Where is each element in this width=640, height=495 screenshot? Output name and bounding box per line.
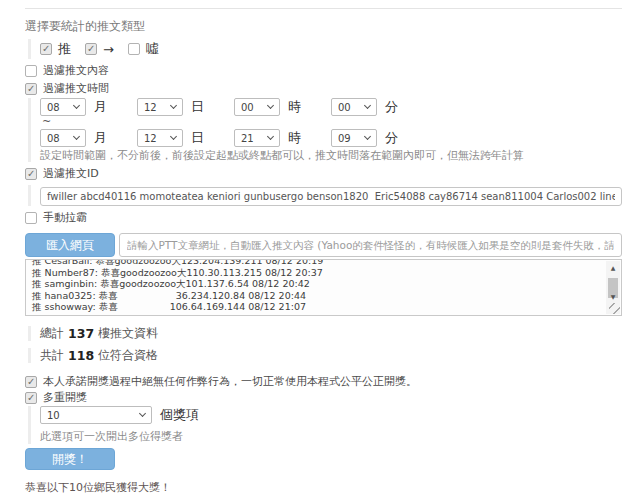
filter-time-checkbox[interactable]	[25, 83, 37, 95]
chevron-down-icon	[73, 102, 80, 109]
filter-id-label: 過濾推文ID	[43, 168, 99, 180]
type-option-arrow: →	[85, 42, 114, 57]
total-comments-stat: 總計 137 樓推文資料	[28, 326, 622, 341]
push-label: 推	[58, 40, 71, 58]
scroll-down-icon[interactable]: ▼	[606, 290, 620, 302]
month-unit-label: 月	[94, 98, 107, 116]
comment-line: 推 sshowway: 恭喜106.64.169.144 08/12 21:07	[32, 301, 306, 313]
congrats-message: 恭喜以下10位鄉民獲得大獎！	[25, 480, 622, 495]
arrow-checkbox[interactable]	[85, 43, 97, 55]
prize-count-suffix: 個獎項	[160, 406, 199, 424]
prize-count-select[interactable]: 10	[40, 406, 152, 424]
day-unit-label: 日	[191, 98, 204, 116]
time-from-row: 08 月 12 日 00 時 00	[40, 98, 622, 116]
import-row: 匯入網頁	[25, 233, 622, 257]
filter-content-label: 過濾推文內容	[43, 65, 109, 77]
filter-time-label: 過濾推文時間	[43, 83, 109, 95]
from-day-value: 12	[144, 102, 157, 113]
time-range-note: 設定時間範圍，不分前後，前後設定起點或終點都可以，推文時間落在範圍內即可，但無法…	[40, 150, 622, 162]
comments-textarea[interactable]: 推 CesarBall: 恭喜goodzoozoo大123.204.139.21…	[25, 259, 622, 316]
chevron-down-icon	[364, 133, 371, 140]
to-day-select[interactable]: 12	[137, 129, 183, 147]
resize-grip-icon[interactable]	[609, 303, 620, 314]
qualified-stat: 共計 118 位符合資格	[28, 348, 622, 363]
comments-content: 推 CesarBall: 恭喜goodzoozoo大123.204.139.21…	[26, 259, 621, 313]
manual-slot-label: 手動拉霸	[43, 212, 87, 224]
article-url-input[interactable]	[119, 233, 622, 257]
filter-time-row: 過濾推文時間	[25, 82, 622, 96]
boo-label: 噓	[146, 40, 159, 58]
comment-line: 推 CesarBall: 恭喜goodzoozoo大123.204.139.21…	[32, 259, 306, 267]
lottery-tool-page: 選擇要統計的推文類型 推 → 噓 過濾推文內容 過濾推文時間 08	[0, 8, 640, 495]
multi-draw-label: 多重開獎	[43, 392, 87, 404]
to-minute-value: 09	[338, 133, 351, 144]
minute-unit-label: 分	[385, 98, 398, 116]
comment-type-options: 推 → 噓	[28, 39, 622, 59]
day-unit-label: 日	[191, 129, 204, 147]
chevron-down-icon	[267, 102, 274, 109]
manual-slot-row: 手動拉霸	[25, 211, 622, 225]
qualified-count: 118	[68, 348, 94, 363]
manual-slot-checkbox[interactable]	[25, 212, 37, 224]
top-divider	[25, 8, 622, 9]
pledge-checkbox[interactable]	[25, 376, 37, 388]
prize-count-value: 10	[47, 410, 60, 421]
hour-unit-label: 時	[288, 129, 301, 147]
draw-button[interactable]: 開獎！	[25, 448, 115, 470]
time-to-row: 08 月 12 日 21 時 09	[40, 129, 622, 147]
filter-content-row: 過濾推文內容	[25, 64, 622, 78]
page-title: 選擇要統計的推文類型	[25, 20, 622, 33]
multi-draw-checkbox[interactable]	[25, 392, 37, 404]
time-range-block: 08 月 12 日 00 時 00	[28, 98, 622, 162]
boo-checkbox[interactable]	[128, 43, 140, 55]
range-separator: ~	[42, 117, 622, 127]
from-hour-value: 00	[241, 102, 254, 113]
filter-id-checkbox[interactable]	[25, 168, 37, 180]
to-hour-value: 21	[241, 133, 254, 144]
filter-content-checkbox[interactable]	[25, 65, 37, 77]
pledge-row: 本人承諾開獎過程中絕無任何作弊行為，一切正常使用本程式公平公正開獎。	[25, 376, 622, 388]
to-hour-select[interactable]: 21	[234, 129, 280, 147]
hour-unit-label: 時	[288, 98, 301, 116]
multi-draw-note: 此選項可一次開出多位得獎者	[40, 429, 622, 444]
from-month-select[interactable]: 08	[40, 98, 86, 116]
id-filter-block	[28, 185, 622, 206]
comment-line: 推 hana0325: 恭喜36.234.120.84 08/12 20:44	[32, 290, 306, 302]
from-minute-value: 00	[338, 102, 351, 113]
from-hour-select[interactable]: 00	[234, 98, 280, 116]
chevron-down-icon	[139, 410, 146, 417]
month-unit-label: 月	[94, 129, 107, 147]
chevron-down-icon	[364, 102, 371, 109]
id-filter-input[interactable]	[40, 187, 622, 206]
to-month-select[interactable]: 08	[40, 129, 86, 147]
type-option-boo: 噓	[128, 40, 159, 58]
minute-unit-label: 分	[385, 129, 398, 147]
from-month-value: 08	[47, 102, 60, 113]
total-comments-count: 137	[68, 326, 94, 341]
from-minute-select[interactable]: 00	[331, 98, 377, 116]
chevron-down-icon	[267, 133, 274, 140]
type-option-push: 推	[40, 40, 71, 58]
chevron-down-icon	[170, 133, 177, 140]
arrow-label: →	[103, 42, 114, 57]
multi-draw-row: 多重開獎	[25, 392, 622, 404]
comment-line: 推 Number87: 恭喜goodzoozoo大110.30.113.215 …	[32, 267, 306, 279]
to-day-value: 12	[144, 133, 157, 144]
from-day-select[interactable]: 12	[137, 98, 183, 116]
to-month-value: 08	[47, 133, 60, 144]
chevron-down-icon	[170, 102, 177, 109]
push-checkbox[interactable]	[40, 43, 52, 55]
multi-draw-block: 10 個獎項 此選項可一次開出多位得獎者	[28, 406, 622, 444]
filter-id-row: 過濾推文ID	[25, 167, 622, 181]
pledge-label: 本人承諾開獎過程中絕無任何作弊行為，一切正常使用本程式公平公正開獎。	[43, 376, 417, 388]
comment-line: 推 samginbin: 恭喜goodzoozoo大101.137.6.54 0…	[32, 278, 306, 290]
to-minute-select[interactable]: 09	[331, 129, 377, 147]
import-page-button[interactable]: 匯入網頁	[25, 233, 115, 257]
chevron-down-icon	[73, 133, 80, 140]
scroll-up-icon[interactable]: ▲	[606, 261, 620, 273]
